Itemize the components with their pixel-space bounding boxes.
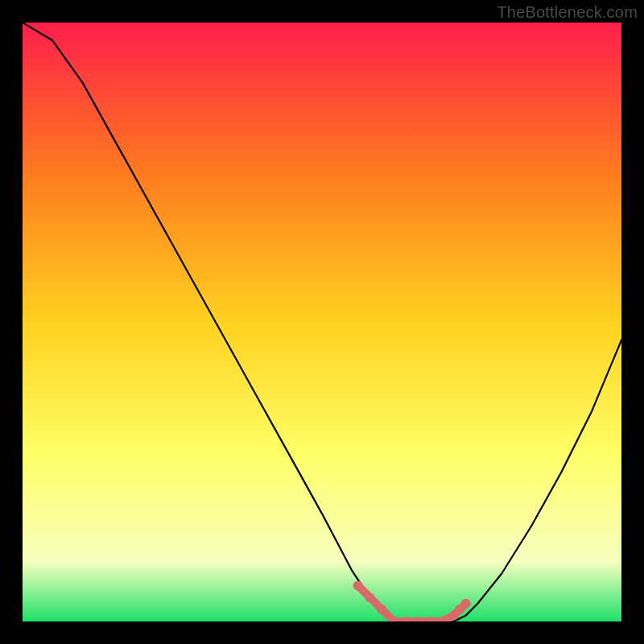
plot-area [23, 23, 621, 621]
optimal-point-marker [461, 599, 471, 609]
optimal-point-marker [377, 605, 386, 614]
chart-stage: TheBottleneck.com [0, 0, 644, 644]
chart-svg [23, 23, 621, 621]
optimal-point-marker [365, 592, 375, 602]
gradient-background [23, 23, 621, 621]
watermark-text: TheBottleneck.com [497, 3, 638, 22]
optimal-point-marker [353, 580, 363, 590]
